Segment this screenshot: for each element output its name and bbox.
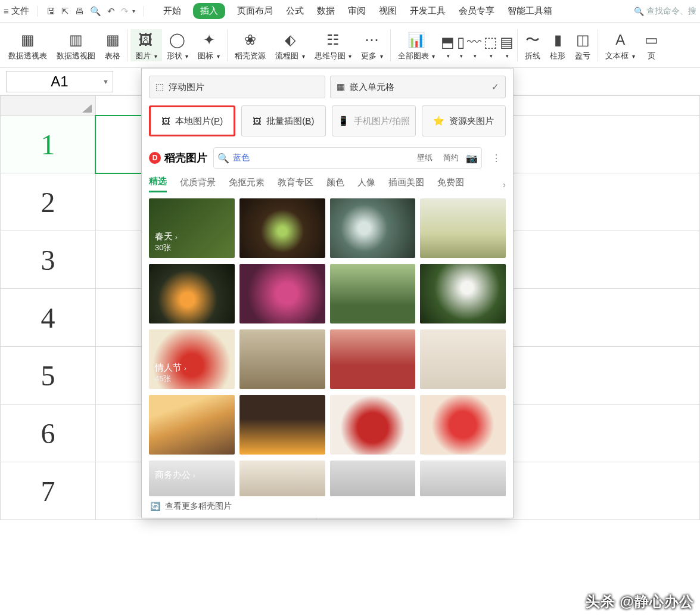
chevron-down-icon[interactable]: ▼ bbox=[102, 78, 109, 85]
ribbon-table[interactable]: ▦表格 bbox=[100, 29, 125, 61]
share-icon[interactable]: ⇱ bbox=[61, 6, 69, 17]
stock-search-input[interactable] bbox=[233, 153, 410, 163]
ribbon-chart-all[interactable]: 📊全部图表 ▾ bbox=[393, 29, 440, 61]
cat-tab-2[interactable]: 免抠元素 bbox=[229, 177, 265, 192]
resource-folder-button[interactable]: ⭐ 资源夹图片 bbox=[422, 105, 506, 136]
ribbon-pivot-table[interactable]: ▦数据透视表 bbox=[4, 29, 52, 61]
stock-thumb[interactable] bbox=[330, 461, 416, 496]
row-header-4[interactable]: 4 bbox=[1, 289, 96, 347]
mode-embed[interactable]: ▦ 嵌入单元格 ✓ bbox=[330, 76, 506, 98]
tab-member[interactable]: 会员专享 bbox=[458, 3, 496, 19]
menu-file[interactable]: 文件 bbox=[11, 5, 29, 17]
ribbon-chart-misc1[interactable]: ⬚▾ bbox=[483, 32, 499, 59]
stock-thumb[interactable] bbox=[330, 198, 416, 258]
row-header-5[interactable]: 5 bbox=[1, 347, 96, 405]
stock-thumb[interactable] bbox=[239, 198, 325, 258]
name-box[interactable]: A1 ▼ bbox=[6, 71, 113, 92]
stock-search[interactable]: 🔍 壁纸 简约 📷 bbox=[213, 147, 482, 169]
stock-thumb[interactable] bbox=[239, 329, 325, 389]
print-icon[interactable]: 🖶 bbox=[75, 6, 84, 16]
ribbon-chart-col[interactable]: ▯▾ bbox=[456, 32, 466, 59]
stock-thumb[interactable] bbox=[239, 395, 325, 455]
cat-tab-6[interactable]: 插画美图 bbox=[388, 177, 424, 192]
redo-icon[interactable]: ↷ bbox=[121, 6, 129, 17]
row-header-6[interactable]: 6 bbox=[1, 405, 96, 462]
ribbon-header[interactable]: ▭页 bbox=[640, 29, 663, 61]
phone-picture-button[interactable]: 📱 手机图片/拍照 bbox=[332, 105, 416, 136]
cat-tab-1[interactable]: 优质背景 bbox=[180, 177, 216, 192]
select-all-corner[interactable] bbox=[1, 96, 96, 116]
pivot-chart-icon: ▥ bbox=[69, 29, 83, 51]
stock-thumb[interactable] bbox=[420, 329, 506, 389]
picture-icon: 🖼 bbox=[139, 29, 153, 51]
ribbon-chart-misc2[interactable]: ▤▾ bbox=[499, 32, 515, 59]
ribbon-spark-line[interactable]: 〜折线 bbox=[520, 29, 545, 61]
tab-view[interactable]: 视图 bbox=[378, 3, 398, 19]
ribbon-shapes[interactable]: ◯形状 ▾ bbox=[162, 29, 194, 61]
tab-start[interactable]: 开始 bbox=[162, 3, 182, 19]
tab-smarttools[interactable]: 智能工具箱 bbox=[506, 3, 553, 19]
ribbon-label: 折线 bbox=[525, 51, 540, 61]
cat-tab-5[interactable]: 人像 bbox=[357, 177, 375, 192]
table-icon: ▦ bbox=[106, 29, 120, 51]
cat-tab-0[interactable]: 精选 bbox=[149, 176, 167, 192]
more-menu-icon[interactable]: ⋮ bbox=[488, 153, 506, 164]
tab-formula[interactable]: 公式 bbox=[285, 3, 305, 19]
tab-devtools[interactable]: 开发工具 bbox=[409, 3, 447, 19]
save-icon[interactable]: 🖫 bbox=[46, 6, 55, 16]
batch-insert-button[interactable]: 🖼 批量插图(B) bbox=[241, 105, 325, 136]
preview-icon[interactable]: 🔍 bbox=[90, 6, 101, 17]
tab-pagelayout[interactable]: 页面布局 bbox=[236, 3, 274, 19]
textbox-icon: A bbox=[615, 29, 625, 51]
camera-icon[interactable]: 📷 bbox=[466, 153, 478, 164]
ribbon-pivot-chart[interactable]: ▥数据透视图 bbox=[52, 29, 100, 61]
stock-thumb[interactable] bbox=[149, 395, 235, 455]
stock-thumb[interactable] bbox=[330, 395, 416, 455]
hamburger-icon[interactable]: ≡ bbox=[4, 6, 9, 16]
ribbon-resource[interactable]: ❀稻壳资源 bbox=[230, 29, 270, 61]
cat-tab-3[interactable]: 教育专区 bbox=[278, 177, 313, 192]
row-header-7[interactable]: 7 bbox=[1, 462, 96, 520]
scroll-right-icon[interactable]: › bbox=[503, 179, 506, 189]
stock-thumb[interactable] bbox=[420, 461, 506, 496]
see-more-link[interactable]: 🔄 查看更多稻壳图片 bbox=[149, 496, 506, 513]
cat-tab-7[interactable]: 免费图 bbox=[437, 177, 464, 192]
ribbon-more[interactable]: ⋯更多 ▾ bbox=[356, 29, 388, 61]
ribbon-tabs: 开始 插入 页面布局 公式 数据 审阅 视图 开发工具 会员专享 智能工具箱 bbox=[162, 3, 553, 19]
row-header-2[interactable]: 2 bbox=[1, 173, 96, 231]
ribbon-textbox[interactable]: A文本框 ▾ bbox=[601, 29, 640, 61]
chart-misc2-icon: ▤ bbox=[500, 32, 514, 53]
mode-float[interactable]: ⬚ 浮动图片 bbox=[149, 76, 325, 98]
stock-thumb[interactable]: 春天 ›30张 bbox=[149, 198, 235, 258]
qat-more-icon[interactable]: ▾ bbox=[132, 8, 135, 14]
stock-thumb[interactable] bbox=[239, 264, 325, 323]
stock-thumb[interactable] bbox=[330, 329, 416, 389]
cat-tab-4[interactable]: 颜色 bbox=[326, 177, 344, 192]
tab-insert[interactable]: 插入 bbox=[193, 3, 225, 19]
ribbon-chart-line[interactable]: 〰▾ bbox=[466, 32, 483, 59]
ribbon-picture[interactable]: 🖼图片 ▾ bbox=[130, 29, 162, 61]
stock-thumb[interactable] bbox=[420, 264, 506, 323]
stock-thumb[interactable]: 情人节 ›45张 bbox=[149, 329, 235, 389]
stock-thumb[interactable]: 商务办公 › bbox=[149, 461, 235, 496]
local-picture-button[interactable]: 🖼 本地图片(P) bbox=[149, 105, 235, 136]
tab-data[interactable]: 数据 bbox=[316, 3, 336, 19]
stock-thumb[interactable] bbox=[149, 264, 235, 323]
undo-icon[interactable]: ↶ bbox=[107, 6, 115, 17]
stock-thumb[interactable] bbox=[420, 395, 506, 455]
pill-wallpaper[interactable]: 壁纸 bbox=[413, 153, 436, 163]
tab-review[interactable]: 审阅 bbox=[347, 3, 367, 19]
stock-thumb[interactable] bbox=[420, 198, 506, 258]
command-search[interactable]: 🔍 查找命令、搜 bbox=[634, 6, 696, 17]
ribbon-icons[interactable]: ✦图标 ▾ bbox=[193, 29, 225, 61]
ribbon-chart-combo[interactable]: ⬒▾ bbox=[440, 32, 456, 59]
row-header-1[interactable]: 1 bbox=[1, 116, 96, 173]
ribbon-spark-winloss[interactable]: ◫盈亏 bbox=[570, 29, 595, 61]
ribbon-flowchart[interactable]: ⬖流程图 ▾ bbox=[270, 29, 310, 61]
ribbon-spark-col[interactable]: ▮柱形 bbox=[545, 29, 570, 61]
row-header-3[interactable]: 3 bbox=[1, 231, 96, 289]
pill-simple[interactable]: 简约 bbox=[440, 153, 462, 163]
stock-thumb[interactable] bbox=[330, 264, 416, 323]
ribbon-mindmap[interactable]: ☷思维导图 ▾ bbox=[310, 29, 357, 61]
stock-thumb[interactable] bbox=[239, 461, 325, 496]
